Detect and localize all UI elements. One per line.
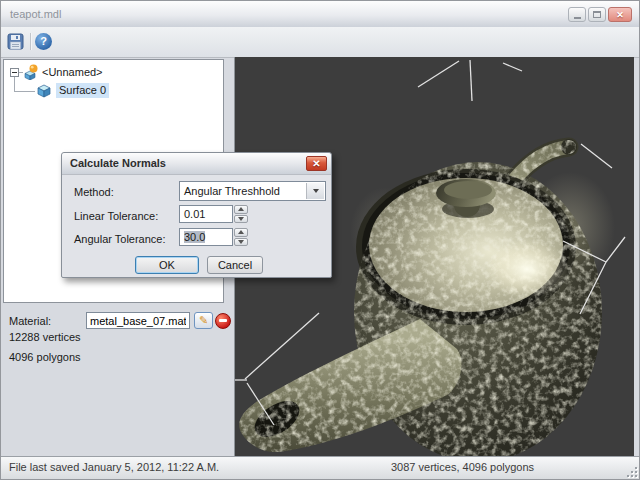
chevron-down-icon xyxy=(313,189,319,196)
linear-tolerance-label: Linear Tolerance: xyxy=(74,210,158,222)
geometry-status: 3087 vertices, 4096 polygons xyxy=(391,457,534,478)
edit-material-button[interactable]: ✎ xyxy=(194,312,213,329)
collapse-icon xyxy=(12,72,17,73)
last-saved-status: File last saved January 5, 2012, 11:22 A… xyxy=(9,457,219,478)
dropdown-arrow-button[interactable] xyxy=(306,183,324,199)
tree-connector xyxy=(14,91,35,92)
material-label: Material: xyxy=(9,315,51,327)
arrow-down-icon xyxy=(238,240,244,247)
linear-tolerance-value: 0.01 xyxy=(184,208,205,220)
linear-tolerance-spinner xyxy=(234,205,248,223)
save-icon xyxy=(7,33,24,50)
title-bar[interactable]: teapot.mdl ✕ xyxy=(1,1,639,28)
help-button[interactable]: ? xyxy=(34,32,53,51)
cancel-button[interactable]: Cancel xyxy=(207,256,263,274)
method-label: Method: xyxy=(74,186,114,198)
method-selected-value: Angular Threshhold xyxy=(184,182,280,200)
surface-node-icon xyxy=(36,83,52,99)
toolbar-separator xyxy=(30,33,32,50)
dialog-title: Calculate Normals xyxy=(70,153,166,173)
material-filename-input[interactable] xyxy=(86,312,190,329)
toolbar: ? xyxy=(1,27,639,58)
angular-tolerance-input[interactable]: 30.0 xyxy=(179,228,233,246)
dialog-title-bar[interactable]: Calculate Normals ✕ xyxy=(62,153,331,175)
remove-icon xyxy=(219,319,227,322)
angular-tolerance-spinner xyxy=(234,228,248,246)
angular-tolerance-label: Angular Tolerance: xyxy=(74,233,166,245)
pencil-icon: ✎ xyxy=(199,314,208,326)
resize-grip[interactable] xyxy=(625,465,637,477)
save-button[interactable] xyxy=(6,32,25,51)
dialog-close-button[interactable]: ✕ xyxy=(306,156,327,171)
spin-down-button[interactable] xyxy=(234,238,248,247)
close-button[interactable]: ✕ xyxy=(608,7,632,22)
window-title: teapot.mdl xyxy=(10,1,61,27)
method-dropdown[interactable]: Angular Threshhold xyxy=(179,181,326,201)
maximize-icon xyxy=(593,11,601,18)
spin-up-button[interactable] xyxy=(234,228,248,237)
arrow-up-icon xyxy=(238,204,244,211)
tree-connector xyxy=(14,77,15,91)
tree-item-unnamed[interactable]: <Unnamed> xyxy=(42,65,103,80)
spin-down-button[interactable] xyxy=(234,215,248,224)
model-node-icon xyxy=(23,64,39,80)
spin-up-button[interactable] xyxy=(234,205,248,214)
calculate-normals-dialog: Calculate Normals ✕ Method: Angular Thre… xyxy=(61,152,332,278)
help-icon: ? xyxy=(35,33,52,50)
tree-item-surface0[interactable]: Surface 0 xyxy=(56,83,109,98)
remove-material-button[interactable] xyxy=(215,313,231,329)
status-bar: File last saved January 5, 2012, 11:22 A… xyxy=(1,456,639,479)
angular-tolerance-value: 30.0 xyxy=(184,231,205,243)
ok-button[interactable]: OK xyxy=(135,256,199,274)
arrow-down-icon xyxy=(238,217,244,224)
tree-expand-toggle[interactable] xyxy=(10,68,19,77)
minimize-icon xyxy=(574,17,581,19)
linear-tolerance-input[interactable]: 0.01 xyxy=(179,205,233,223)
minimize-button[interactable] xyxy=(568,7,586,22)
maximize-button[interactable] xyxy=(588,7,606,22)
vertex-count-label: 12288 vertices xyxy=(9,331,81,343)
arrow-up-icon xyxy=(238,227,244,234)
polygon-count-label: 4096 polygons xyxy=(9,351,81,363)
app-window: teapot.mdl ✕ ? xyxy=(0,0,640,480)
window-controls: ✕ xyxy=(568,7,632,22)
